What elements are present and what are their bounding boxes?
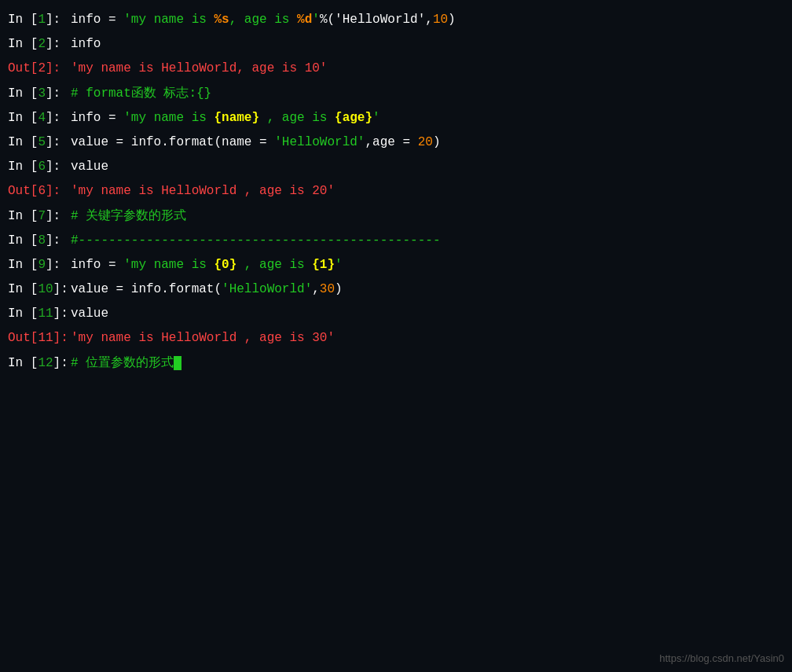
- prompt-in-8: In [8]:: [8, 230, 71, 252]
- code-8[interactable]: #---------------------------------------…: [71, 230, 784, 252]
- cell-2-output: Out[2]: 'my name is HelloWorld, age is 1…: [0, 57, 792, 81]
- output-11: 'my name is HelloWorld , age is 30': [71, 328, 784, 349]
- code-6[interactable]: value: [71, 156, 784, 178]
- code-3[interactable]: # format函数 标志:{}: [71, 83, 784, 105]
- cell-5-input[interactable]: In [5]: value = info.format(name = 'Hell…: [0, 130, 792, 155]
- prompt-in-12: In [12]:: [8, 353, 71, 374]
- code-10[interactable]: value = info.format('HelloWorld',30): [71, 279, 784, 300]
- output-6: 'my name is HelloWorld , age is 20': [71, 181, 784, 202]
- prompt-in-6: In [6]:: [8, 156, 71, 178]
- code-1[interactable]: info = 'my name is %s, age is %d'%('Hell…: [71, 9, 784, 31]
- cell-4-input[interactable]: In [4]: info = 'my name is {name} , age …: [0, 106, 792, 130]
- prompt-in-10: In [10]:: [8, 279, 71, 300]
- cell-1-input[interactable]: In [1]: info = 'my name is %s, age is %d…: [0, 8, 792, 32]
- code-12[interactable]: # 位置参数的形式: [71, 353, 784, 374]
- cell-8-input[interactable]: In [8]: #-------------------------------…: [0, 229, 792, 253]
- cell-7-input[interactable]: In [7]: # 关键字参数的形式: [0, 204, 792, 229]
- cell-6-input[interactable]: In [6]: value: [0, 155, 792, 179]
- prompt-in-7: In [7]:: [8, 206, 71, 227]
- watermark: https://blog.csdn.net/Yasin0: [659, 652, 784, 664]
- code-2[interactable]: info: [71, 34, 784, 55]
- prompt-in-2: In [2]:: [8, 34, 71, 55]
- cell-11-output: Out[11]: 'my name is HelloWorld , age is…: [0, 326, 792, 351]
- prompt-in-9: In [9]:: [8, 255, 71, 276]
- output-2: 'my name is HelloWorld, age is 10': [71, 58, 784, 79]
- prompt-in-5: In [5]:: [8, 132, 71, 153]
- code-9[interactable]: info = 'my name is {0} , age is {1}': [71, 255, 784, 276]
- prompt-in-1: In [1]:: [8, 9, 71, 31]
- cell-2-input[interactable]: In [2]: info: [0, 32, 792, 57]
- prompt-in-11: In [11]:: [8, 303, 71, 325]
- cell-11-input[interactable]: In [11]: value: [0, 302, 792, 326]
- cell-6-output: Out[6]: 'my name is HelloWorld , age is …: [0, 179, 792, 204]
- prompt-out-6: Out[6]:: [8, 181, 71, 202]
- code-4[interactable]: info = 'my name is {name} , age is {age}…: [71, 108, 784, 129]
- code-11[interactable]: value: [71, 303, 784, 325]
- prompt-out-11: Out[11]:: [8, 328, 71, 349]
- prompt-out-2: Out[2]:: [8, 58, 71, 79]
- cell-10-input[interactable]: In [10]: value = info.format('HelloWorld…: [0, 277, 792, 302]
- jupyter-notebook: In [1]: info = 'my name is %s, age is %d…: [0, 0, 792, 672]
- code-5[interactable]: value = info.format(name = 'HelloWorld',…: [71, 132, 784, 153]
- cell-3-input[interactable]: In [3]: # format函数 标志:{}: [0, 82, 792, 106]
- cell-12-input[interactable]: In [12]: # 位置参数的形式: [0, 351, 792, 376]
- prompt-in-3: In [3]:: [8, 83, 71, 105]
- prompt-in-4: In [4]:: [8, 108, 71, 129]
- cell-9-input[interactable]: In [9]: info = 'my name is {0} , age is …: [0, 253, 792, 277]
- cursor: [174, 356, 182, 370]
- code-7[interactable]: # 关键字参数的形式: [71, 206, 784, 227]
